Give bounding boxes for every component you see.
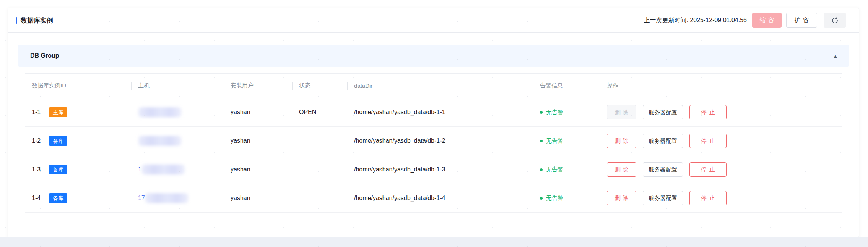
host-redacted-blur[interactable] [142,165,185,174]
alarm-status: 无告警 [540,109,563,116]
status-value: OPEN [299,109,316,116]
host-redacted-blur[interactable] [138,107,181,117]
install-user: yashan [231,109,250,116]
datadir-value: /home/yashan/yasdb_data/db-1-2 [354,137,445,144]
panel-header: 数据库实例 上一次更新时间: 2025-12-09 01:04:56 缩容 扩容 [8,8,859,33]
instance-id: 1-2 [32,137,41,144]
table-row: 1-2 备库 yashan /home/yashan/yasdb_data/db… [25,127,842,155]
role-badge-standby: 备库 [49,136,67,146]
db-group-title: DB Group [30,52,59,59]
instance-id: 1-4 [32,195,41,202]
refresh-icon [831,16,839,24]
alarm-text: 无告警 [546,109,563,116]
delete-button[interactable]: 删除 [607,162,636,177]
delete-button[interactable]: 删除 [607,105,636,119]
table-header-row: 数据库实例ID 主机 安装用户 状态 dataDir 告警信息 操作 [25,74,842,98]
server-config-button[interactable]: 服务器配置 [643,162,683,177]
alarm-ok-dot-icon [540,168,543,171]
col-header-alarm: 告警信息 [533,74,600,98]
refresh-button[interactable] [824,13,846,28]
col-header-actions: 操作 [600,74,842,98]
db-group-collapse-header[interactable]: DB Group ▲ [18,45,849,67]
col-header-install-user: 安装用户 [224,74,292,98]
panel-body: DB Group ▲ 数据库实例ID 主机 安装用户 状态 dataDir 告警… [8,33,859,213]
last-update-time: 上一次更新时间: 2025-12-09 01:04:56 [644,16,747,24]
role-badge-primary: 主库 [49,107,67,117]
collapse-up-icon[interactable]: ▲ [833,53,838,58]
alarm-text: 无告警 [546,166,563,173]
delete-button[interactable]: 删除 [607,191,636,205]
install-user: yashan [231,195,250,202]
col-header-host: 主机 [131,74,224,98]
table-row: 1-3 备库 1 yashan /home/yashan/yasdb_data/… [25,155,842,184]
alarm-text: 无告警 [546,195,563,202]
stop-button[interactable]: 停止 [689,134,727,148]
install-user: yashan [231,166,250,173]
host-redacted-blur[interactable] [145,193,188,203]
instance-id: 1-3 [32,166,41,173]
server-config-button[interactable]: 服务器配置 [643,134,683,148]
host-link[interactable]: 1 [138,166,141,173]
col-header-datadir: dataDir [347,74,533,98]
stop-button[interactable]: 停止 [689,162,727,177]
table-row: 1-1 主库 yashan OPEN /home/yashan/yasdb_da… [25,98,842,127]
col-header-status: 状态 [292,74,347,98]
alarm-ok-dot-icon [540,197,543,200]
host-redacted-blur[interactable] [138,136,181,146]
server-config-button[interactable]: 服务器配置 [643,105,683,119]
col-header-instance-id: 数据库实例ID [25,74,131,98]
title-accent-bar [16,17,17,24]
datadir-value: /home/yashan/yasdb_data/db-1-4 [354,195,445,202]
delete-button[interactable]: 删除 [607,134,636,148]
stop-button[interactable]: 停止 [689,191,727,205]
alarm-status: 无告警 [540,195,563,202]
role-badge-standby: 备库 [49,165,67,174]
db-instance-panel: 数据库实例 上一次更新时间: 2025-12-09 01:04:56 缩容 扩容… [8,8,859,237]
install-user: yashan [231,137,250,144]
expand-button[interactable]: 扩容 [786,13,817,28]
header-actions: 上一次更新时间: 2025-12-09 01:04:56 缩容 扩容 [644,13,846,28]
stop-button[interactable]: 停止 [689,105,727,119]
datadir-value: /home/yashan/yasdb_data/db-1-1 [354,109,445,116]
host-link[interactable]: 17 [138,195,145,202]
datadir-value: /home/yashan/yasdb_data/db-1-3 [354,166,445,173]
alarm-ok-dot-icon [540,111,543,114]
instance-id: 1-1 [32,109,41,116]
instances-table: 数据库实例ID 主机 安装用户 状态 dataDir 告警信息 操作 1-1 主… [25,73,842,213]
role-badge-standby: 备库 [49,193,67,203]
alarm-status: 无告警 [540,166,563,173]
alarm-text: 无告警 [546,137,563,145]
alarm-status: 无告警 [540,137,563,145]
page-title: 数据库实例 [21,16,53,25]
table-row: 1-4 备库 17 yashan /home/yashan/yasdb_data… [25,184,842,213]
server-config-button[interactable]: 服务器配置 [643,191,683,205]
alarm-ok-dot-icon [540,140,543,142]
shrink-button[interactable]: 缩容 [752,13,782,28]
page-background-strip [0,237,868,247]
table-body: 1-1 主库 yashan OPEN /home/yashan/yasdb_da… [25,98,842,213]
